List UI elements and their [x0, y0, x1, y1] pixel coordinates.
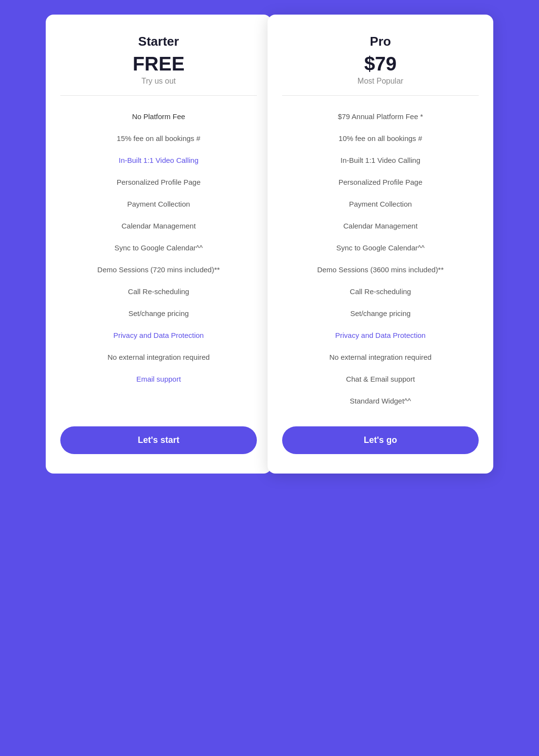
starter-feature-item: Personalized Profile Page — [60, 171, 257, 193]
pro-feature-item: Chat & Email support — [282, 368, 479, 390]
pro-feature-item: Personalized Profile Page — [282, 171, 479, 193]
pro-cta-button[interactable]: Let's go — [282, 426, 479, 454]
starter-plan-name: Starter — [60, 34, 257, 49]
starter-header: Starter FREE Try us out — [60, 34, 257, 96]
pro-feature-item: Privacy and Data Protection — [282, 324, 479, 346]
starter-price: FREE — [60, 53, 257, 75]
pro-feature-item: 10% fee on all bookings # — [282, 127, 479, 149]
pro-feature-item: In-Built 1:1 Video Calling — [282, 149, 479, 171]
starter-feature-item: 15% fee on all bookings # — [60, 127, 257, 149]
starter-feature-item: Payment Collection — [60, 193, 257, 215]
starter-feature-item: No external integration required — [60, 346, 257, 368]
starter-cta-button[interactable]: Let's start — [60, 426, 257, 454]
starter-feature-item: Calendar Management — [60, 215, 257, 237]
starter-feature-item: Email support — [60, 368, 257, 390]
starter-features-list: No Platform Fee15% fee on all bookings #… — [60, 105, 257, 412]
pro-plan-name: Pro — [282, 34, 479, 49]
pro-feature-item: Standard Widget^^ — [282, 390, 479, 412]
starter-card: Starter FREE Try us out No Platform Fee1… — [46, 15, 271, 474]
starter-feature-item: No Platform Fee — [60, 105, 257, 127]
pro-feature-item: Payment Collection — [282, 193, 479, 215]
pro-card: Pro $79 Most Popular $79 Annual Platform… — [268, 15, 493, 474]
starter-feature-item: Demo Sessions (720 mins included)** — [60, 259, 257, 281]
starter-feature-item: Privacy and Data Protection — [60, 324, 257, 346]
pro-feature-item: Calendar Management — [282, 215, 479, 237]
pro-feature-item: $79 Annual Platform Fee * — [282, 105, 479, 127]
pro-feature-item: Demo Sessions (3600 mins included)** — [282, 259, 479, 281]
pro-feature-item: Set/change pricing — [282, 302, 479, 324]
pro-feature-item: No external integration required — [282, 346, 479, 368]
starter-feature-item: Set/change pricing — [60, 302, 257, 324]
pro-feature-item: Call Re-scheduling — [282, 281, 479, 302]
starter-subtitle: Try us out — [60, 77, 257, 86]
pro-subtitle: Most Popular — [282, 77, 479, 86]
pro-features-list: $79 Annual Platform Fee *10% fee on all … — [282, 105, 479, 412]
pro-header: Pro $79 Most Popular — [282, 34, 479, 96]
starter-feature-item: Call Re-scheduling — [60, 281, 257, 302]
pro-feature-item: Sync to Google Calendar^^ — [282, 237, 479, 259]
pricing-container: Starter FREE Try us out No Platform Fee1… — [46, 15, 493, 474]
pro-price: $79 — [282, 53, 479, 75]
starter-feature-item: Sync to Google Calendar^^ — [60, 237, 257, 259]
starter-feature-item: In-Built 1:1 Video Calling — [60, 149, 257, 171]
